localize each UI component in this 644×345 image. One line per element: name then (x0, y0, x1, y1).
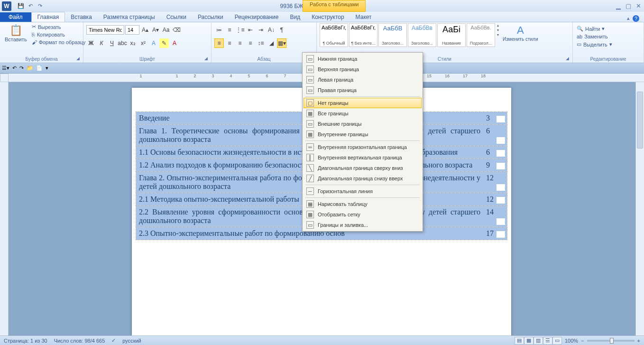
change-styles-button[interactable]: A Изменить стили (501, 23, 540, 43)
border-menu-item[interactable]: ▭Верхняя граница (304, 64, 422, 75)
full-screen-icon[interactable]: ▦ (524, 337, 534, 345)
increase-indent-icon[interactable]: ⇥ (256, 25, 266, 35)
border-menu-item[interactable]: ▦Отобразить сетку (304, 209, 422, 220)
cut-button[interactable]: ✂Вырезать (31, 23, 87, 30)
border-menu-item[interactable]: ▭Внешние границы (304, 119, 422, 129)
border-menu-item[interactable]: ║Внутренняя вертикальная граница (304, 152, 422, 163)
multilevel-icon[interactable]: ⋮≡ (235, 25, 245, 35)
border-menu-item[interactable]: ▭Левая граница (304, 75, 422, 85)
print-layout-icon[interactable]: ▤ (515, 337, 524, 345)
border-menu-item[interactable]: ▢Нет границы (304, 98, 422, 108)
toc-page-cell[interactable]: 6 (483, 146, 507, 159)
restore-icon[interactable]: ▢ (626, 2, 631, 9)
toolbar-icon[interactable]: ↶ (12, 65, 17, 71)
language-indicator[interactable]: русский (122, 338, 141, 344)
zoom-slider[interactable] (587, 340, 635, 342)
font-size-input[interactable] (125, 25, 139, 35)
word-count[interactable]: Число слов: 98/4 665 (54, 338, 105, 344)
spell-check-icon[interactable]: ✓ (111, 337, 116, 344)
toolbar-icon[interactable]: ▾ (46, 65, 48, 71)
select-button[interactable]: ▭Выделить▾ (576, 41, 641, 48)
undo-icon[interactable]: ↶ (27, 2, 34, 10)
format-painter-button[interactable]: 🖌Формат по образцу (31, 39, 87, 46)
tab-file[interactable]: Файл (0, 12, 31, 22)
toc-page-cell[interactable]: 12 (483, 172, 507, 193)
tab-view[interactable]: Вид (284, 12, 306, 22)
copy-button[interactable]: ⎘Копировать (31, 31, 87, 38)
style-item[interactable]: АаБбВвГг,¶ Обычный (320, 23, 348, 47)
grow-font-icon[interactable]: A▴ (140, 25, 150, 35)
line-spacing-icon[interactable]: ↕≡ (256, 38, 266, 48)
borders-button[interactable]: ▦▾ (277, 38, 286, 48)
save-icon[interactable]: 💾 (17, 2, 25, 10)
align-center-icon[interactable]: ≡ (225, 38, 234, 48)
bullets-icon[interactable]: ≔ (214, 25, 224, 35)
clear-formatting-icon[interactable]: ⌫ (172, 25, 181, 35)
border-menu-item[interactable]: ▦Внутренние границы (304, 129, 422, 140)
minimize-icon[interactable]: ▁ (616, 2, 621, 9)
align-left-icon[interactable]: ≡ (214, 38, 224, 48)
italic-icon[interactable]: К (97, 38, 106, 48)
numbering-icon[interactable]: ≡ (225, 25, 234, 35)
border-menu-item[interactable]: ─Горизонтальная линия (304, 186, 422, 196)
show-marks-icon[interactable]: ¶ (277, 25, 286, 35)
style-item[interactable]: АаБбВЗаголово... (378, 23, 407, 47)
sort-icon[interactable]: A↓ (267, 25, 276, 35)
redo-icon[interactable]: ↷ (36, 2, 44, 10)
help-icon[interactable]: ? (633, 15, 639, 22)
toolbar-icon[interactable]: 📄 (36, 65, 43, 71)
font-color-icon[interactable]: A (170, 38, 179, 48)
border-menu-item[interactable]: ▦Нарисовать таблицу (304, 199, 422, 209)
tab-insert[interactable]: Вставка (65, 12, 98, 22)
border-menu-item[interactable]: ▭Границы и заливка... (304, 220, 422, 230)
highlight-icon[interactable]: ✎ (159, 38, 169, 48)
gallery-down-icon[interactable]: ▾ (497, 28, 499, 32)
zoom-out-icon[interactable]: − (581, 338, 584, 344)
toc-page-cell[interactable]: 9 (483, 159, 507, 171)
style-item[interactable]: АаБбВв.Подзагол... (467, 23, 495, 47)
border-menu-item[interactable]: ═Внутренняя горизонтальная граница (304, 142, 422, 152)
zoom-level[interactable]: 100% (565, 338, 578, 344)
outline-icon[interactable]: ☰ (543, 337, 552, 345)
vertical-ruler[interactable] (0, 82, 9, 336)
justify-icon[interactable]: ≡ (246, 38, 255, 48)
toc-page-cell[interactable]: 17 (483, 227, 507, 240)
superscript-icon[interactable]: x² (138, 38, 148, 48)
border-menu-item[interactable]: ╱Диагональная граница снизу вверх (304, 173, 422, 184)
toc-page-cell[interactable]: 6 (483, 125, 507, 146)
style-item[interactable]: АаБбВвЗаголово... (408, 23, 436, 47)
clipboard-dialog-launcher-icon[interactable]: ◢ (76, 56, 82, 62)
tab-mailings[interactable]: Рассылки (192, 12, 229, 22)
subscript-icon[interactable]: x₂ (128, 38, 138, 48)
border-menu-item[interactable]: ╲Диагональная граница сверху вниз (304, 163, 422, 173)
ribbon-minimize-icon[interactable]: ▴ (627, 15, 630, 22)
vertical-scrollbar[interactable] (635, 82, 644, 336)
gallery-more-icon[interactable]: ▾ (497, 33, 499, 37)
toolbar-icon[interactable]: 📁 (27, 65, 33, 71)
paste-button[interactable]: 📋 Вставить (3, 23, 29, 43)
font-name-input[interactable] (86, 25, 124, 35)
close-icon[interactable]: ✕ (636, 2, 641, 9)
tab-home[interactable]: Главная (31, 12, 65, 22)
zoom-thumb[interactable] (610, 338, 614, 344)
gallery-up-icon[interactable]: ▴ (497, 23, 499, 28)
styles-gallery[interactable]: АаБбВвГг,¶ ОбычныйАаБбВвГг,¶ Без инте...… (320, 23, 495, 47)
decrease-indent-icon[interactable]: ⇤ (246, 25, 255, 35)
tab-table-design[interactable]: Конструктор (306, 12, 350, 22)
underline-icon[interactable]: Ч (107, 38, 117, 48)
style-item[interactable]: АаБбВвГг,¶ Без инте... (349, 23, 377, 47)
border-menu-item[interactable]: ▭Нижняя граница (304, 54, 422, 64)
toolbar-icon[interactable]: ↷ (19, 65, 24, 71)
page-indicator[interactable]: Страница: 1 из 30 (4, 338, 47, 344)
toc-page-cell[interactable]: 3 (483, 112, 507, 124)
change-case-icon[interactable]: Aa (161, 25, 171, 35)
toolbar-icon[interactable]: ☰▾ (2, 65, 9, 71)
replace-button[interactable]: abЗаменить (576, 33, 641, 40)
styles-dialog-launcher-icon[interactable]: ◢ (566, 56, 571, 62)
style-item[interactable]: АаБіНазвание (437, 23, 466, 47)
strikethrough-icon[interactable]: abc (118, 38, 127, 48)
text-effects-icon[interactable]: A (149, 38, 158, 48)
border-menu-item[interactable]: ▦Все границы (304, 108, 422, 119)
toc-page-cell[interactable]: 12 (483, 193, 507, 205)
zoom-in-icon[interactable]: + (637, 338, 640, 344)
